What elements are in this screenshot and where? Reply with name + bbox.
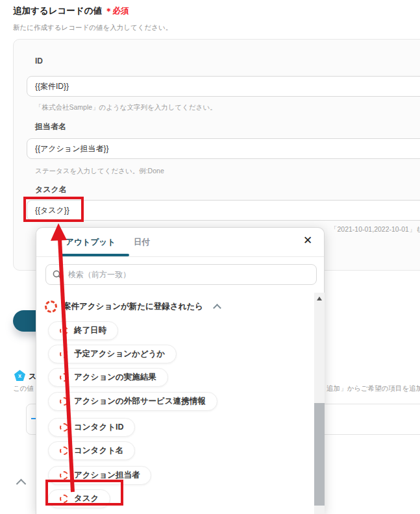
output-ring-icon xyxy=(60,423,68,432)
output-item[interactable]: アクション担当者 xyxy=(48,466,151,485)
required-badge: ＊必須 xyxy=(105,6,129,16)
close-icon[interactable]: ✕ xyxy=(300,233,315,249)
output-item-label: 終了日時 xyxy=(74,325,106,336)
tab-output[interactable]: アウトプット xyxy=(66,237,116,248)
output-item-label: 予定アクションかどうか xyxy=(74,349,165,360)
description-fragment-right: 追加」からご希望の項目を追加して xyxy=(327,384,420,393)
output-item-label: コンタクト名 xyxy=(74,445,123,456)
output-ring-icon xyxy=(60,350,68,358)
output-item-task[interactable]: タスク xyxy=(48,489,110,508)
output-item[interactable]: コンタクト名 xyxy=(48,441,135,460)
field-helper-task: 「2021-10-01,2022-10-01」もし xyxy=(330,225,420,234)
page-subtitle: 新たに作成するレコードの値を入力してください。 xyxy=(13,23,172,32)
field-helper-id: 「株式会社Sample」のような文字列を入力してください。 xyxy=(35,103,217,112)
output-item[interactable]: 終了日時 xyxy=(48,321,118,340)
output-ring-icon xyxy=(60,495,68,503)
output-item-label: アクションの実施結果 xyxy=(74,372,156,383)
output-item[interactable]: アクションの実施結果 xyxy=(48,368,168,387)
search-icon xyxy=(53,270,62,279)
output-item-label: アクション担当者 xyxy=(74,470,140,481)
output-ring-icon xyxy=(60,447,68,455)
trigger-ring-icon xyxy=(45,300,57,313)
output-picker-popup: アウトプット 日付 ✕ 案件アクションが新たに登録されたら 終了日時 予定アクシ… xyxy=(36,227,325,514)
chevron-up-icon xyxy=(213,304,221,312)
field-helper-assignee: ステータスを入力してください。例:Done xyxy=(35,167,164,176)
output-item[interactable]: コンタクトID xyxy=(48,418,135,437)
tab-date[interactable]: 日付 xyxy=(134,237,150,248)
search-input[interactable] xyxy=(67,269,310,280)
scrollbar-up-arrow-icon[interactable] xyxy=(317,297,322,300)
field-label-task: タスク名 xyxy=(35,184,67,195)
output-ring-icon xyxy=(60,373,68,382)
output-group-label: 案件アクションが新たに登録されたら xyxy=(63,301,203,312)
output-ring-icon xyxy=(60,397,68,406)
output-ring-icon xyxy=(60,471,68,480)
field-label-assignee: 担当者名 xyxy=(35,121,66,132)
output-item-label: タスク xyxy=(74,493,99,504)
assignee-field[interactable] xyxy=(27,138,420,159)
output-item[interactable]: 予定アクションかどうか xyxy=(48,345,177,363)
active-tab-underline xyxy=(61,254,129,256)
description-fragment-left: この値 xyxy=(13,384,34,393)
field-label-id: ID xyxy=(35,56,43,66)
page-title-text: 追加するレコードの値 xyxy=(13,6,102,16)
output-search-box[interactable] xyxy=(45,264,317,285)
popup-scrollbar[interactable] xyxy=(314,293,325,514)
app-pentagon-x-icon: x xyxy=(14,370,25,381)
task-field[interactable] xyxy=(27,200,420,221)
output-item[interactable]: アクションの外部サービス連携情報 xyxy=(48,392,217,411)
scrollbar-thumb[interactable] xyxy=(314,403,325,506)
output-item-label: アクションの外部サービス連携情報 xyxy=(74,396,206,407)
output-group-header[interactable]: 案件アクションが新たに登録されたら xyxy=(45,300,220,313)
collapse-chevron-up-icon[interactable] xyxy=(18,478,25,490)
popup-tab-row: アウトプット 日付 ✕ xyxy=(36,228,324,257)
output-ring-icon xyxy=(60,326,68,335)
id-field[interactable] xyxy=(27,76,420,97)
output-list: 終了日時 予定アクションかどうか アクションの実施結果 アクションの外部サービス… xyxy=(48,321,217,513)
page-title: 追加するレコードの値＊必須 xyxy=(13,5,129,17)
output-item-label: コンタクトID xyxy=(74,422,123,433)
